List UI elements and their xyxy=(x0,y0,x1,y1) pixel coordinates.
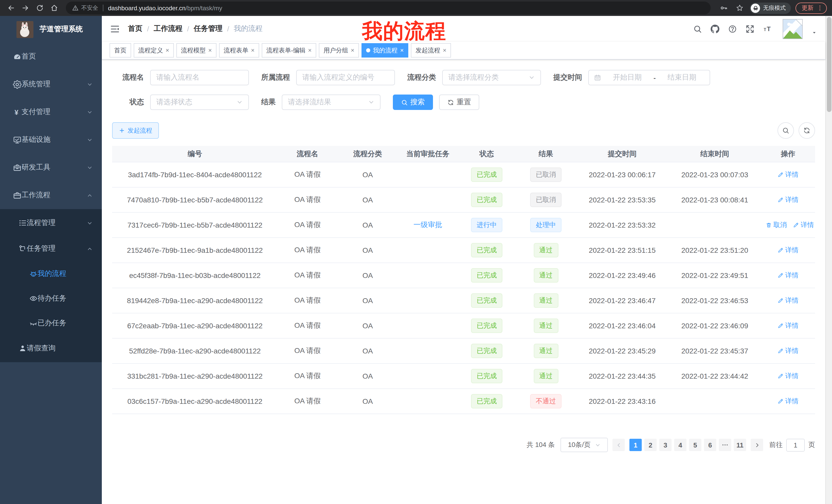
sidebar-collapse-icon[interactable] xyxy=(110,24,120,34)
browser-update-button[interactable]: 更新 xyxy=(796,2,827,13)
tab-流程模型[interactable]: 流程模型× xyxy=(176,43,216,58)
breadcrumb-item-任务管理[interactable]: 任务管理 xyxy=(194,24,223,33)
sidebar-item-待办任务[interactable]: 待办任务 xyxy=(0,286,102,311)
cancel-button[interactable]: 取消 xyxy=(766,220,787,230)
page-button-6[interactable]: 6 xyxy=(704,439,716,451)
page-button-2[interactable]: 2 xyxy=(644,439,657,451)
more-pages-button[interactable] xyxy=(719,439,731,451)
tab-流程表单[interactable]: 流程表单× xyxy=(219,43,259,58)
browser-reload-button[interactable] xyxy=(34,2,45,13)
tab-首页[interactable]: 首页 xyxy=(109,43,131,58)
avatar-caret-icon[interactable] xyxy=(811,30,817,35)
page-size-select[interactable]: 10条/页 xyxy=(561,438,608,452)
tab-发起流程[interactable]: 发起流程× xyxy=(411,43,451,58)
toggle-search-button[interactable] xyxy=(778,122,794,139)
goto-page-input[interactable]: 1 xyxy=(786,439,805,451)
detail-button[interactable]: 详情 xyxy=(778,271,799,280)
page-button-5[interactable]: 5 xyxy=(689,439,701,451)
cell-status: 已完成 xyxy=(458,237,516,263)
cell-id: 819442e8-7b9a-11ec-a290-acde48001122 xyxy=(112,288,278,313)
refresh-table-button[interactable] xyxy=(799,122,815,139)
cell-process-name: OA 请假 xyxy=(278,288,337,313)
browser-forward-button[interactable] xyxy=(20,2,31,13)
header-search-icon[interactable] xyxy=(693,24,702,33)
font-size-icon[interactable]: TT xyxy=(763,24,774,33)
page-button-1[interactable]: 1 xyxy=(629,439,642,451)
address-bar[interactable]: 不安全 dashboard.yudao.iocoder.cn/bpm/task/… xyxy=(66,2,711,15)
help-icon[interactable] xyxy=(728,24,737,33)
sidebar-item-已办任务[interactable]: 已办任务 xyxy=(0,311,102,335)
prev-page-button[interactable] xyxy=(613,439,625,451)
detail-button[interactable]: 详情 xyxy=(778,170,799,179)
password-key-button[interactable] xyxy=(718,2,729,13)
close-icon[interactable]: × xyxy=(443,47,446,53)
fullscreen-icon[interactable] xyxy=(746,24,754,33)
sidebar-item-基础设施[interactable]: 基础设施 xyxy=(0,126,102,153)
cell-submit-time: 2022-01-22 23:49:46 xyxy=(576,263,669,288)
browser-home-button[interactable] xyxy=(48,2,60,13)
breadcrumb-item-首页[interactable]: 首页 xyxy=(128,24,142,33)
app-logo-row[interactable]: 芋道管理系统 xyxy=(0,16,102,43)
close-icon[interactable]: × xyxy=(400,47,404,53)
tab-流程表单-编辑[interactable]: 流程表单-编辑× xyxy=(262,43,316,58)
detail-button[interactable]: 详情 xyxy=(778,321,799,330)
page-button-11[interactable]: 11 xyxy=(734,439,746,451)
security-chip[interactable]: 不安全 xyxy=(72,4,98,12)
briefcase-icon xyxy=(13,191,22,200)
page-unit-label: 页 xyxy=(808,440,815,450)
next-page-button[interactable] xyxy=(751,439,763,451)
current-task-link[interactable]: 一级审批 xyxy=(413,220,442,229)
search-button[interactable]: 搜索 xyxy=(393,94,433,110)
sidebar-item-系统管理[interactable]: 系统管理 xyxy=(0,71,102,98)
submit-time-range-picker[interactable]: 开始日期 - 结束日期 xyxy=(588,70,710,85)
bookmark-star-button[interactable] xyxy=(734,2,745,13)
sidebar-item-请假查询[interactable]: 请假查询 xyxy=(0,335,102,361)
breadcrumb-item-工作流程[interactable]: 工作流程 xyxy=(154,24,183,33)
process-def-input[interactable]: 请输入流程定义的编号 xyxy=(296,70,395,85)
reset-button[interactable]: 重置 xyxy=(439,94,479,110)
sidebar-item-工作流程[interactable]: 工作流程 xyxy=(0,181,102,209)
table-row: 7317cec6-7b9b-11ec-b5b7-acde48001122OA 请… xyxy=(112,213,815,237)
detail-button[interactable]: 详情 xyxy=(778,346,799,356)
status-select[interactable]: 请选择状态 xyxy=(150,94,249,110)
close-icon[interactable]: × xyxy=(351,47,354,53)
detail-button[interactable]: 详情 xyxy=(778,195,799,204)
svg-text:¥: ¥ xyxy=(15,108,18,116)
detail-button[interactable]: 详情 xyxy=(778,296,799,305)
tab-流程定义[interactable]: 流程定义× xyxy=(134,43,174,58)
tab-我的流程[interactable]: 我的流程× xyxy=(362,43,408,58)
browser-menu-icon[interactable] xyxy=(816,5,823,11)
sidebar-item-支付管理[interactable]: ¥支付管理 xyxy=(0,98,102,126)
process-name-input[interactable]: 请输入流程名 xyxy=(150,70,249,85)
close-icon[interactable]: × xyxy=(251,47,255,53)
create-process-button[interactable]: 发起流程 xyxy=(112,122,159,139)
github-icon[interactable] xyxy=(711,24,719,33)
result-select[interactable]: 请选择流结果 xyxy=(282,94,381,110)
category-select[interactable]: 请选择流程分类 xyxy=(442,70,541,85)
sidebar-item-首页[interactable]: 首页 xyxy=(0,43,102,71)
detail-button[interactable]: 详情 xyxy=(778,371,799,381)
sidebar-item-流程管理[interactable]: 流程管理 xyxy=(0,210,102,236)
page-button-3[interactable]: 3 xyxy=(659,439,672,451)
table-row: 67c2eaab-7b9a-11ec-a290-acde48001122OA 请… xyxy=(112,313,815,338)
category-placeholder: 请选择流程分类 xyxy=(448,73,499,82)
close-icon[interactable]: × xyxy=(208,47,212,53)
scrollbar-thumb[interactable] xyxy=(827,17,831,112)
page-button-4[interactable]: 4 xyxy=(674,439,686,451)
detail-button[interactable]: 详情 xyxy=(778,246,799,255)
detail-button[interactable]: 详情 xyxy=(778,397,799,406)
close-icon[interactable]: × xyxy=(165,47,169,53)
avatar[interactable] xyxy=(783,19,803,39)
detail-button[interactable]: 详情 xyxy=(793,220,814,230)
page-scrollbar[interactable] xyxy=(825,16,832,504)
sidebar-item-任务管理[interactable]: 任务管理 xyxy=(0,236,102,261)
close-icon[interactable]: × xyxy=(308,47,312,53)
sidebar-item-我的流程[interactable]: 我的流程 xyxy=(0,261,102,286)
sidebar-item-研发工具[interactable]: 研发工具 xyxy=(0,153,102,181)
tab-label: 我的流程 xyxy=(373,46,397,55)
browser-back-button[interactable] xyxy=(5,2,17,13)
tab-用户分组[interactable]: 用户分组× xyxy=(319,43,359,58)
result-tag: 通过 xyxy=(534,344,558,358)
breadcrumb-item-我的流程: 我的流程 xyxy=(234,24,262,33)
url-path: /bpm/task/my xyxy=(186,4,223,11)
